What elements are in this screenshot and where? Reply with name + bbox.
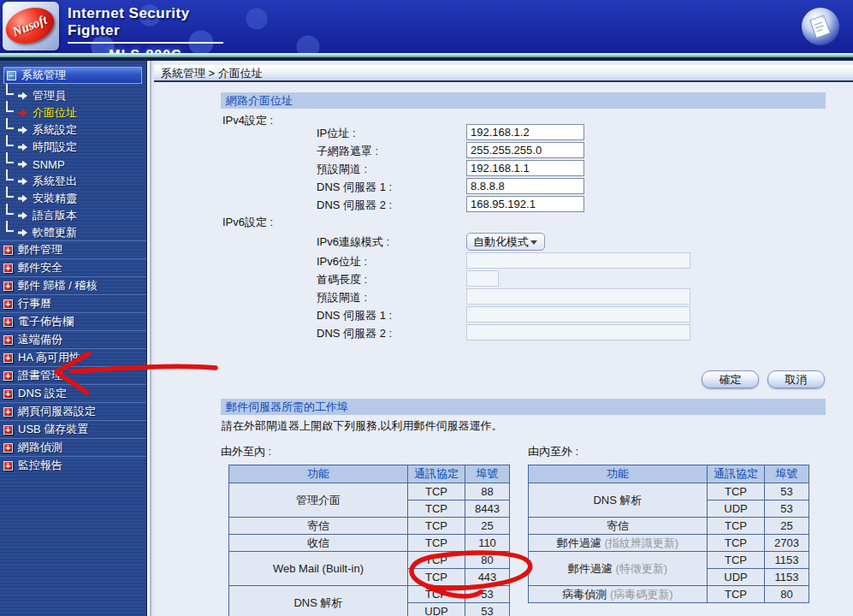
- table-row: Web Mail (Built-in)TCP80: [229, 552, 510, 569]
- tree-connector: [6, 169, 14, 181]
- ipv6-row-3: DNS 伺服器 1 :: [154, 306, 753, 323]
- function-cell: 病毒偵測 (病毒碼更新): [529, 586, 708, 603]
- expand-plus-icon[interactable]: +: [3, 389, 13, 399]
- port-cell: 53: [765, 500, 809, 518]
- sidebar-group-label: 遠端備份: [18, 332, 62, 347]
- sidebar-item-3[interactable]: 時間設定: [0, 139, 145, 156]
- field-label: 預設閘道 :: [317, 290, 367, 305]
- arrow-icon: [18, 229, 27, 237]
- ipv4-input-0[interactable]: [466, 124, 584, 140]
- tree-connector: [6, 152, 14, 163]
- sidebar-item-4[interactable]: SNMP: [0, 156, 145, 173]
- arrow-icon: [18, 144, 27, 151]
- expand-plus-icon[interactable]: +: [3, 246, 13, 255]
- section-title-mail-ports: 郵件伺服器所需的工作埠: [221, 399, 826, 415]
- port-cell: 88: [465, 483, 510, 500]
- sidebar-group-label: 證書管理: [18, 368, 62, 383]
- sidebar-item-label: 介面位址: [33, 105, 77, 121]
- expand-plus-icon[interactable]: +: [3, 281, 13, 291]
- sidebar-group-1[interactable]: +郵件安全: [0, 258, 146, 276]
- sidebar-item-label: 軟體更新: [33, 225, 77, 240]
- tree-connector: [6, 135, 14, 146]
- sidebar-group-4[interactable]: +電子佈告欄: [0, 312, 146, 330]
- sidebar-group-6[interactable]: +HA 高可用性: [0, 348, 146, 366]
- sidebar-group-0[interactable]: +郵件管理: [0, 240, 146, 258]
- sidebar-item-2[interactable]: 系統設定: [0, 121, 145, 139]
- notepad-icon[interactable]: [800, 6, 841, 47]
- function-cell: DNS 解析: [229, 586, 408, 616]
- ipv4-row-1: 子網路遮罩 :: [154, 142, 753, 159]
- arrow-icon: [18, 127, 27, 134]
- expand-plus-icon[interactable]: +: [3, 371, 13, 381]
- sidebar-item-label: 系統登出: [33, 174, 77, 189]
- sidebar-group-label: 監控報告: [18, 458, 62, 473]
- ipv6-row-4: DNS 伺服器 2 :: [154, 324, 753, 341]
- tree-connector: [6, 118, 14, 129]
- expand-plus-icon[interactable]: +: [3, 353, 13, 363]
- function-note: (指紋辨識更新): [604, 536, 678, 549]
- sidebar-group-10[interactable]: +USB 儲存裝置: [0, 420, 146, 438]
- expand-plus-icon[interactable]: +: [3, 425, 13, 435]
- field-label: IPv6位址 :: [317, 254, 367, 270]
- ipv6-mode-label: IPv6連線模式 :: [317, 234, 389, 250]
- sidebar-group-11[interactable]: +網路偵測: [0, 438, 146, 456]
- expand-plus-icon[interactable]: +: [3, 443, 13, 453]
- sidebar-group-system-management[interactable]: − 系統管理: [3, 67, 142, 84]
- column-header: 埠號: [465, 465, 510, 483]
- field-label: 子網路遮罩 :: [317, 144, 378, 159]
- expand-plus-icon[interactable]: +: [3, 335, 13, 345]
- function-cell: 郵件過濾 (特徵更新): [529, 552, 708, 586]
- arrow-icon: [18, 178, 27, 186]
- sidebar-item-1[interactable]: 介面位址: [0, 104, 145, 121]
- sidebar-group-3[interactable]: +行事曆: [0, 294, 146, 312]
- sidebar-group-8[interactable]: +DNS 設定: [0, 384, 146, 402]
- sidebar-group-12[interactable]: +監控報告: [0, 456, 146, 474]
- ipv6-input-0: [466, 252, 690, 269]
- expand-plus-icon[interactable]: +: [3, 461, 13, 471]
- sidebar-item-8[interactable]: 軟體更新: [0, 224, 145, 241]
- ipv6-mode-row: IPv6連線模式 : 自動化模式: [154, 233, 753, 250]
- ok-button[interactable]: 確定: [702, 370, 759, 388]
- logo-text: Nusoft: [10, 12, 49, 38]
- ipv4-input-4[interactable]: [466, 196, 584, 212]
- sidebar-group-2[interactable]: +郵件 歸檔 / 稽核: [0, 276, 146, 294]
- nusoft-logo-oval: Nusoft: [1, 2, 59, 50]
- field-label: IP位址 :: [317, 126, 356, 141]
- expand-plus-icon[interactable]: +: [3, 264, 13, 273]
- collapse-minus-icon[interactable]: −: [7, 71, 16, 80]
- protocol-cell: TCP: [408, 483, 465, 500]
- sidebar-group-9[interactable]: +網頁伺服器設定: [0, 402, 146, 420]
- sidebar-group-label: HA 高可用性: [18, 350, 80, 365]
- sidebar-item-6[interactable]: 安裝精靈: [0, 190, 145, 207]
- port-cell: 53: [765, 483, 809, 500]
- sidebar-item-7[interactable]: 語言版本: [0, 207, 145, 224]
- column-header: 功能: [529, 465, 708, 483]
- port-table-group-1: 由內至外 :功能通訊協定埠號DNS 解析TCP53UDP53寄信TCP25郵件過…: [528, 444, 809, 603]
- sidebar-group-5[interactable]: +遠端備份: [0, 330, 146, 348]
- sidebar-item-label: 安裝精靈: [33, 191, 77, 206]
- ipv4-input-1[interactable]: [466, 142, 584, 158]
- ipv4-input-3[interactable]: [466, 178, 584, 194]
- page: Nusoft Internet Security Fighter MLS-800…: [0, 0, 853, 616]
- sidebar-item-0[interactable]: 管理員: [0, 87, 145, 104]
- port-cell: 53: [465, 603, 510, 616]
- expand-plus-icon[interactable]: +: [3, 407, 13, 417]
- function-cell: 寄信: [529, 518, 708, 535]
- ipv4-row-0: IP位址 :: [154, 124, 753, 141]
- expand-plus-icon[interactable]: +: [3, 299, 13, 309]
- arrow-icon: [18, 195, 27, 203]
- port-table-1: 功能通訊協定埠號DNS 解析TCP53UDP53寄信TCP25郵件過濾 (指紋辨…: [528, 465, 809, 603]
- ipv6-row-0: IPv6位址 :: [154, 252, 753, 270]
- table-row: 收信TCP110: [229, 535, 510, 552]
- ipv4-input-2[interactable]: [466, 160, 584, 176]
- sidebar-group-7[interactable]: +證書管理: [0, 366, 146, 384]
- column-header: 功能: [229, 465, 408, 483]
- ipv6-mode-select[interactable]: 自動化模式: [466, 233, 545, 251]
- cancel-button[interactable]: 取消: [767, 370, 825, 388]
- table-row: DNS 解析TCP53: [529, 483, 809, 500]
- expand-plus-icon[interactable]: +: [3, 317, 13, 327]
- sidebar-group-label: 電子佈告欄: [18, 314, 74, 329]
- table-row: 寄信TCP25: [229, 518, 510, 535]
- sidebar-item-label: SNMP: [33, 158, 65, 171]
- sidebar-item-5[interactable]: 系統登出: [0, 173, 145, 190]
